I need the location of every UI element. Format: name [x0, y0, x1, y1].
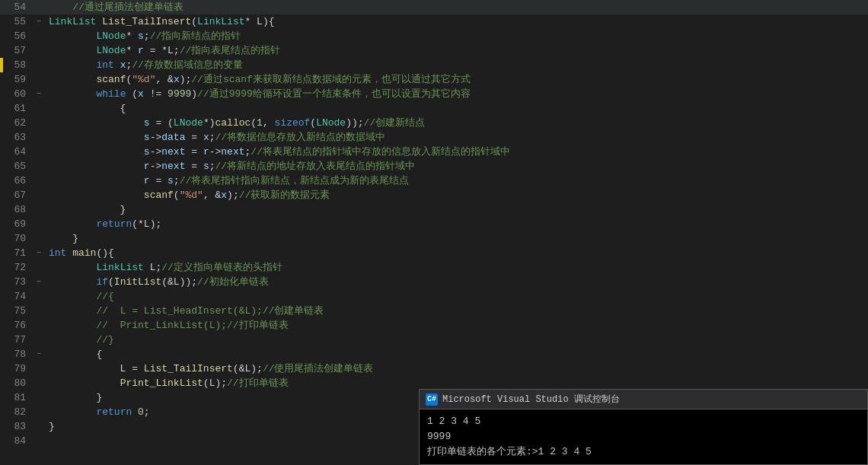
line-content: if(InitList(&L));//初始化单链表 — [46, 275, 868, 289]
fold-icon[interactable]: − — [37, 18, 41, 26]
code-line: 71−int main(){ — [0, 246, 868, 260]
fold-gutter[interactable]: − — [32, 90, 46, 98]
line-number: 74 — [3, 291, 32, 302]
line-content: // Print_LinkList(L);//打印单链表 — [46, 318, 868, 333]
code-line: 70 } — [0, 231, 868, 246]
code-line: 74 //{ — [0, 289, 868, 304]
line-content: while (x != 9999)//通过9999给循环设置一个结束条件，也可以… — [46, 87, 868, 101]
code-line: 78− { — [0, 347, 868, 361]
fold-gutter[interactable]: − — [32, 18, 46, 26]
line-number: 60 — [3, 88, 32, 100]
line-number: 67 — [3, 190, 32, 201]
debug-output-line: 打印单链表的各个元素:>1 2 3 4 5 — [427, 444, 860, 460]
line-number: 71 — [3, 247, 32, 259]
code-line: 75 // L = List_HeadInsert(&L);//创建单链表 — [0, 304, 868, 318]
line-number: 82 — [3, 406, 32, 418]
editor-container: 54 //通过尾插法创建单链表55−LinkList List_TailInse… — [0, 0, 868, 465]
code-line: 57 LNode* r = *L;//指向表尾结点的指针 — [0, 43, 868, 58]
line-content: LNode* r = *L;//指向表尾结点的指针 — [46, 43, 868, 58]
line-number: 65 — [3, 161, 32, 172]
line-number: 77 — [3, 334, 32, 346]
line-number: 75 — [3, 305, 32, 317]
line-content: s->next = r->next;//将表尾结点的指针域中存放的信息放入新结点… — [46, 145, 868, 159]
line-number: 58 — [3, 59, 32, 71]
line-content: s->data = x;//将数据信息存放入新结点的数据域中 — [46, 130, 868, 145]
line-content: int main(){ — [46, 246, 868, 260]
code-line: 61 { — [0, 101, 868, 116]
code-line: 73− if(InitList(&L));//初始化单链表 — [0, 275, 868, 289]
line-number: 84 — [3, 435, 32, 447]
line-number: 68 — [3, 204, 32, 215]
line-content: LNode* s;//指向新结点的指针 — [46, 29, 868, 43]
line-content: // L = List_HeadInsert(&L);//创建单链表 — [46, 304, 868, 318]
line-number: 76 — [3, 320, 32, 331]
code-line: 56 LNode* s;//指向新结点的指针 — [0, 29, 868, 43]
debug-content: 1 2 3 4 59999打印单链表的各个元素:>1 2 3 4 5 — [420, 409, 867, 464]
line-number: 81 — [3, 392, 32, 403]
code-line: 72 LinkList L;//定义指向单链表的头指针 — [0, 260, 868, 275]
line-number: 63 — [3, 132, 32, 143]
fold-icon[interactable]: − — [37, 90, 41, 98]
line-content: LinkList L;//定义指向单链表的头指针 — [46, 260, 868, 275]
code-line: 77 //} — [0, 333, 868, 347]
code-line: 65 r->next = s;//将新结点的地址存放入表尾结点的指针域中 — [0, 159, 868, 174]
line-content: //{ — [46, 289, 868, 304]
line-number: 57 — [3, 45, 32, 56]
code-line: 79 L = List_TailInsert(&L);//使用尾插法创建单链表 — [0, 361, 868, 376]
fold-gutter[interactable]: − — [32, 350, 46, 358]
code-line: 55−LinkList List_TailInsert(LinkList* L)… — [0, 14, 868, 29]
line-content: } — [46, 231, 868, 246]
line-number: 73 — [3, 276, 32, 288]
fold-icon[interactable]: − — [37, 278, 41, 286]
line-number: 83 — [3, 421, 32, 432]
line-content: { — [46, 347, 868, 361]
code-line: 63 s->data = x;//将数据信息存放入新结点的数据域中 — [0, 130, 868, 145]
code-line: 60− while (x != 9999)//通过9999给循环设置一个结束条件… — [0, 87, 868, 101]
debug-output-line: 1 2 3 4 5 — [427, 414, 860, 429]
line-number: 78 — [3, 349, 32, 360]
line-number: 54 — [3, 2, 32, 13]
code-line: 59 scanf("%d", &x);//通过scanf来获取新结点数据域的元素… — [0, 72, 868, 87]
line-number: 69 — [3, 218, 32, 230]
code-line: 76 // Print_LinkList(L);//打印单链表 — [0, 318, 868, 333]
line-content: s = (LNode*)calloc(1, sizeof(LNode));//创… — [46, 116, 868, 130]
code-lines: 54 //通过尾插法创建单链表55−LinkList List_TailInse… — [0, 0, 868, 448]
line-content: { — [46, 101, 868, 116]
vs-icon: C# — [426, 393, 438, 406]
debug-title: Microsoft Visual Studio 调试控制台 — [442, 393, 620, 406]
line-content: scanf("%d", &x);//获取新的数据元素 — [46, 188, 868, 202]
code-line: 67 scanf("%d", &x);//获取新的数据元素 — [0, 188, 868, 202]
line-content: r->next = s;//将新结点的地址存放入表尾结点的指针域中 — [46, 159, 868, 174]
code-line: 64 s->next = r->next;//将表尾结点的指针域中存放的信息放入… — [0, 145, 868, 159]
fold-icon[interactable]: − — [37, 350, 41, 358]
line-content: return(*L); — [46, 217, 868, 231]
line-number: 80 — [3, 377, 32, 389]
line-content: //} — [46, 333, 868, 347]
line-number: 64 — [3, 146, 32, 158]
debug-title-bar: C# Microsoft Visual Studio 调试控制台 — [420, 390, 867, 409]
line-content: int x;//存放数据域信息的变量 — [46, 58, 868, 72]
line-number: 56 — [3, 30, 32, 42]
line-content: L = List_TailInsert(&L);//使用尾插法创建单链表 — [46, 361, 868, 376]
line-number: 59 — [3, 74, 32, 85]
fold-icon[interactable]: − — [37, 249, 41, 257]
line-number: 55 — [3, 16, 32, 27]
line-content: LinkList List_TailInsert(LinkList* L){ — [46, 14, 868, 29]
fold-gutter[interactable]: − — [32, 278, 46, 286]
code-line: 66 r = s;//将表尾指针指向新结点，新结点成为新的表尾结点 — [0, 174, 868, 188]
line-number: 79 — [3, 363, 32, 374]
line-content: scanf("%d", &x);//通过scanf来获取新结点数据域的元素，也可… — [46, 72, 868, 87]
debug-output-line: 9999 — [427, 429, 860, 444]
line-number: 72 — [3, 262, 32, 273]
debug-console: C# Microsoft Visual Studio 调试控制台 1 2 3 4… — [419, 389, 868, 465]
line-content: r = s;//将表尾指针指向新结点，新结点成为新的表尾结点 — [46, 174, 868, 188]
code-line: 69 return(*L); — [0, 217, 868, 231]
line-number: 70 — [3, 233, 32, 244]
line-content: } — [46, 202, 868, 217]
line-number: 61 — [3, 103, 32, 114]
code-line: 58 int x;//存放数据域信息的变量 — [0, 58, 868, 72]
code-line: 62 s = (LNode*)calloc(1, sizeof(LNode));… — [0, 116, 868, 130]
fold-gutter[interactable]: − — [32, 249, 46, 257]
line-number: 66 — [3, 175, 32, 186]
line-content: //通过尾插法创建单链表 — [46, 0, 868, 14]
